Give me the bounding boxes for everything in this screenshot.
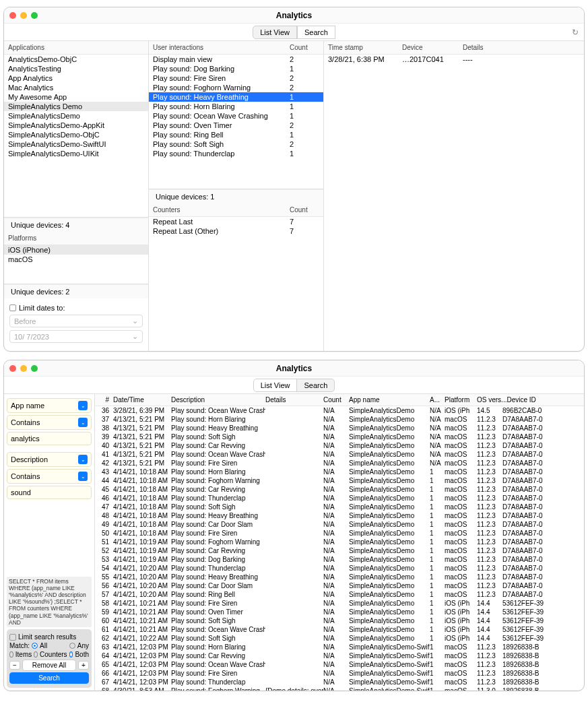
result-row[interactable]: 524/14/21, 10:19 AMPlay sound: Car Revvi… xyxy=(95,546,584,555)
refresh-icon[interactable]: ↻ xyxy=(572,28,579,37)
applications-list[interactable]: AnalyticsDemo-ObjCAnalyticsTestingApp An… xyxy=(4,55,148,217)
zoom-icon[interactable] xyxy=(31,12,38,19)
remove-all-button[interactable]: Remove All xyxy=(22,660,76,671)
result-row[interactable]: 424/13/21, 5:21 PMPlay sound: Fire Siren… xyxy=(95,459,584,468)
interaction-row[interactable]: Play sound: Foghorn Warning2 xyxy=(149,83,323,92)
result-row[interactable]: 684/30/21, 8:53 AMPlay sound: Foghorn Wa… xyxy=(95,686,584,691)
counters-list[interactable]: Repeat Last7Repeat Last (Other)7 xyxy=(149,217,323,351)
result-row[interactable]: 644/14/21, 12:03 PMPlay sound: Car Revvi… xyxy=(95,651,584,660)
interactions-list[interactable]: Display main view2Play sound: Dog Barkin… xyxy=(149,55,323,189)
filter-value-input-1[interactable]: analytics xyxy=(7,432,92,445)
counter-row[interactable]: Repeat Last7 xyxy=(149,217,323,226)
application-item[interactable]: SimpleAnalyticsDemo-AppKit xyxy=(4,121,148,130)
result-row[interactable]: 534/14/21, 10:19 AMPlay sound: Dog Barki… xyxy=(95,555,584,564)
interaction-row[interactable]: Display main view2 xyxy=(149,55,323,64)
application-item[interactable]: SimpleAnalyticsDemo-UIKit xyxy=(4,149,148,158)
result-row[interactable]: 614/14/21, 10:21 AMPlay sound: Ocean Wav… xyxy=(95,625,584,634)
result-row[interactable]: 654/14/21, 12:03 PMPlay sound: Ocean Wav… xyxy=(95,660,584,669)
result-row[interactable]: 514/14/21, 10:19 AMPlay sound: Foghorn W… xyxy=(95,538,584,546)
application-item[interactable]: AnalyticsDemo-ObjC xyxy=(4,55,148,64)
application-item[interactable]: Mac Analytics xyxy=(4,83,148,92)
interaction-row[interactable]: Play sound: Oven Timer2 xyxy=(149,121,323,130)
application-item[interactable]: SimpleAnalyticsDemo xyxy=(4,111,148,121)
result-row[interactable]: 544/14/21, 10:20 AMPlay sound: Thundercl… xyxy=(95,564,584,573)
interaction-row[interactable]: Play sound: Fire Siren2 xyxy=(149,73,323,83)
application-item[interactable]: My Awesome App xyxy=(4,92,148,102)
application-item[interactable]: SimpleAnalytics Demo xyxy=(4,102,148,111)
col-app[interactable]: App name xyxy=(349,396,430,404)
result-row[interactable]: 624/14/21, 10:22 AMPlay sound: Soft Sigh… xyxy=(95,634,584,643)
match-counters-radio[interactable] xyxy=(34,651,38,657)
counter-row[interactable]: Repeat Last (Other)7 xyxy=(149,226,323,236)
result-row[interactable]: 384/13/21, 5:21 PMPlay sound: Heavy Brea… xyxy=(95,424,584,432)
result-row[interactable]: 664/14/21, 12:03 PMPlay sound: Fire Sire… xyxy=(95,669,584,678)
result-row[interactable]: 574/14/21, 10:20 AMPlay sound: Ring Bell… xyxy=(95,590,584,599)
application-item[interactable]: SimpleAnalyticsDemo-ObjC xyxy=(4,130,148,139)
tab-list-view[interactable]: List View xyxy=(253,379,298,392)
details-list[interactable]: 3/28/21, 6:38 PM…2017C041---- xyxy=(324,55,584,351)
result-row[interactable]: 464/14/21, 10:18 AMPlay sound: Thundercl… xyxy=(95,494,584,503)
platforms-list[interactable]: iOS (iPhone)macOS xyxy=(4,245,148,284)
application-item[interactable]: SimpleAnalyticsDemo-SwiftUI xyxy=(4,139,148,149)
result-row[interactable]: 374/13/21, 5:21 PMPlay sound: Horn Blari… xyxy=(95,415,584,424)
result-row[interactable]: 444/14/21, 10:18 AMPlay sound: Foghorn W… xyxy=(95,476,584,485)
result-row[interactable]: 554/14/21, 10:20 AMPlay sound: Heavy Bre… xyxy=(95,573,584,581)
close-icon[interactable] xyxy=(9,365,16,372)
result-row[interactable]: 434/14/21, 10:18 AMPlay sound: Horn Blar… xyxy=(95,468,584,476)
match-both-radio[interactable] xyxy=(69,651,73,657)
result-row[interactable]: 494/14/21, 10:18 AMPlay sound: Car Door … xyxy=(95,520,584,529)
col-device[interactable]: Device ID xyxy=(507,396,583,404)
result-row[interactable]: 363/28/21, 6:39 PMPlay sound: Ocean Wave… xyxy=(95,406,584,415)
result-row[interactable]: 474/14/21, 10:18 AMPlay sound: Soft Sigh… xyxy=(95,503,584,511)
tab-list-view[interactable]: List View xyxy=(253,26,297,39)
interaction-row[interactable]: Play sound: Ocean Wave Crashing1 xyxy=(149,111,323,121)
filter-op-select-2[interactable]: Contains⌄ xyxy=(7,469,92,484)
interaction-row[interactable]: Play sound: Heavy Breathing1 xyxy=(149,92,323,102)
interaction-row[interactable]: Play sound: Dog Barking1 xyxy=(149,64,323,73)
close-icon[interactable] xyxy=(9,12,16,19)
result-row[interactable]: 394/13/21, 5:21 PMPlay sound: Soft SighN… xyxy=(95,432,584,441)
application-item[interactable]: AnalyticsTesting xyxy=(4,64,148,73)
filter-field-select-1[interactable]: App name⌄ xyxy=(7,398,92,413)
col-details[interactable]: Details xyxy=(265,396,323,404)
remove-filter-button[interactable]: − xyxy=(9,661,20,670)
col-os[interactable]: OS vers... xyxy=(477,396,507,404)
col-datetime[interactable]: Date/Time xyxy=(113,396,171,404)
tab-search[interactable]: Search xyxy=(297,26,335,39)
tab-search[interactable]: Search xyxy=(296,379,335,392)
result-row[interactable]: 564/14/21, 10:20 AMPlay sound: Car Door … xyxy=(95,581,584,590)
result-row[interactable]: 594/14/21, 10:21 AMPlay sound: Oven Time… xyxy=(95,608,584,616)
search-button[interactable]: Search xyxy=(9,672,89,684)
interaction-row[interactable]: Play sound: Ring Bell1 xyxy=(149,130,323,139)
date-mode-select[interactable]: Before⌄ xyxy=(9,315,143,327)
match-all-radio[interactable] xyxy=(32,643,38,649)
match-any-radio[interactable] xyxy=(69,643,75,649)
application-item[interactable]: App Analytics xyxy=(4,73,148,83)
interaction-row[interactable]: Play sound: Thunderclap1 xyxy=(149,149,323,158)
result-row[interactable]: 404/13/21, 5:21 PMPlay sound: Car Revvin… xyxy=(95,441,584,450)
platform-item[interactable]: macOS xyxy=(4,255,148,264)
result-row[interactable]: 674/14/21, 12:03 PMPlay sound: Thundercl… xyxy=(95,678,584,686)
result-row[interactable]: 454/14/21, 10:18 AMPlay sound: Car Revvi… xyxy=(95,485,584,494)
result-row[interactable]: 484/14/21, 10:18 AMPlay sound: Heavy Bre… xyxy=(95,511,584,520)
filter-field-select-2[interactable]: Description⌄ xyxy=(7,452,92,467)
col-platform[interactable]: Platform xyxy=(445,396,477,404)
interaction-row[interactable]: Play sound: Horn Blaring1 xyxy=(149,102,323,111)
minimize-icon[interactable] xyxy=(20,365,27,372)
limit-dates-checkbox[interactable]: Limit dates to: xyxy=(9,304,143,312)
result-row[interactable]: 414/13/21, 5:21 PMPlay sound: Ocean Wave… xyxy=(95,450,584,459)
result-row[interactable]: 634/14/21, 12:03 PMPlay sound: Horn Blar… xyxy=(95,643,584,651)
date-picker[interactable]: 10/ 7/2023⌄ xyxy=(9,330,143,343)
interaction-row[interactable]: Play sound: Soft Sigh2 xyxy=(149,139,323,149)
add-filter-button[interactable]: + xyxy=(78,661,89,670)
detail-row[interactable]: 3/28/21, 6:38 PM…2017C041---- xyxy=(324,55,584,64)
zoom-icon[interactable] xyxy=(31,365,38,372)
match-items-radio[interactable] xyxy=(9,651,13,657)
col-count[interactable]: Count xyxy=(323,396,349,404)
minimize-icon[interactable] xyxy=(20,12,27,19)
platform-item[interactable]: iOS (iPhone) xyxy=(4,245,148,255)
col-description[interactable]: Description xyxy=(171,396,265,404)
filter-op-select-1[interactable]: Contains⌄ xyxy=(7,415,92,430)
result-row[interactable]: 604/14/21, 10:21 AMPlay sound: Soft Sigh… xyxy=(95,616,584,625)
col-appver[interactable]: A... xyxy=(430,396,445,404)
